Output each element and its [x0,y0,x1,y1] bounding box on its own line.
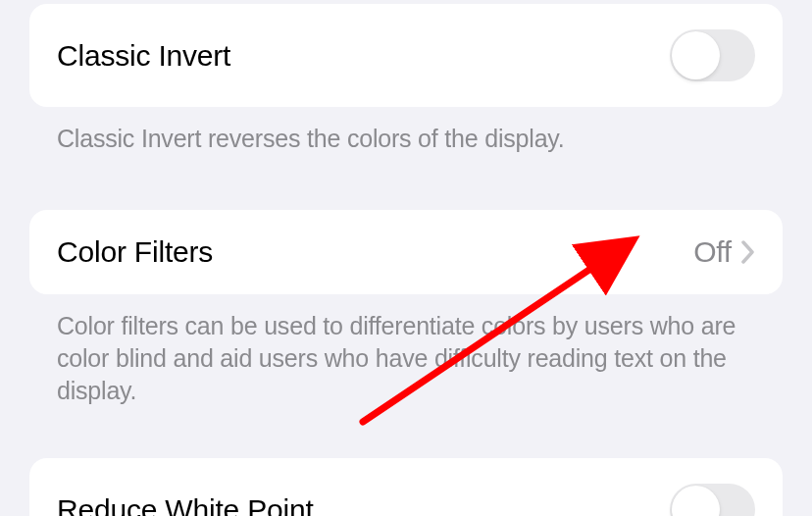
toggle-knob [672,31,720,79]
color-filters-detail: Off [693,235,755,269]
classic-invert-label: Classic Invert [57,39,230,73]
reduce-white-point-row[interactable]: Reduce White Point [29,458,783,516]
color-filters-value: Off [693,235,732,269]
classic-invert-toggle[interactable] [670,29,755,81]
toggle-knob [672,486,720,516]
color-filters-label: Color Filters [57,235,213,269]
reduce-white-point-label: Reduce White Point [57,493,314,517]
classic-invert-footer: Classic Invert reverses the colors of th… [29,107,783,155]
color-filters-footer: Color filters can be used to differentia… [29,294,783,407]
classic-invert-row[interactable]: Classic Invert [29,4,783,107]
reduce-white-point-toggle[interactable] [670,484,755,516]
color-filters-row[interactable]: Color Filters Off [29,210,783,294]
chevron-right-icon [741,240,755,264]
